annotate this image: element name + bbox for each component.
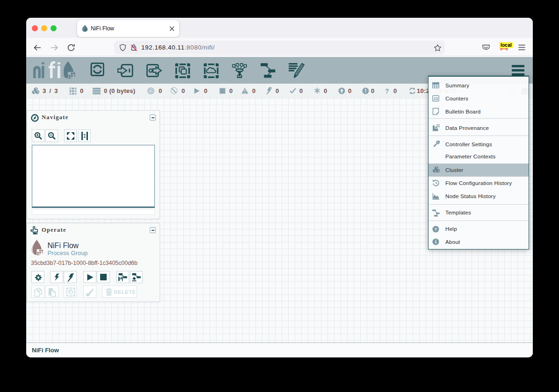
svg-text:?: ? [435, 227, 437, 232]
svg-text:23: 23 [434, 96, 438, 101]
